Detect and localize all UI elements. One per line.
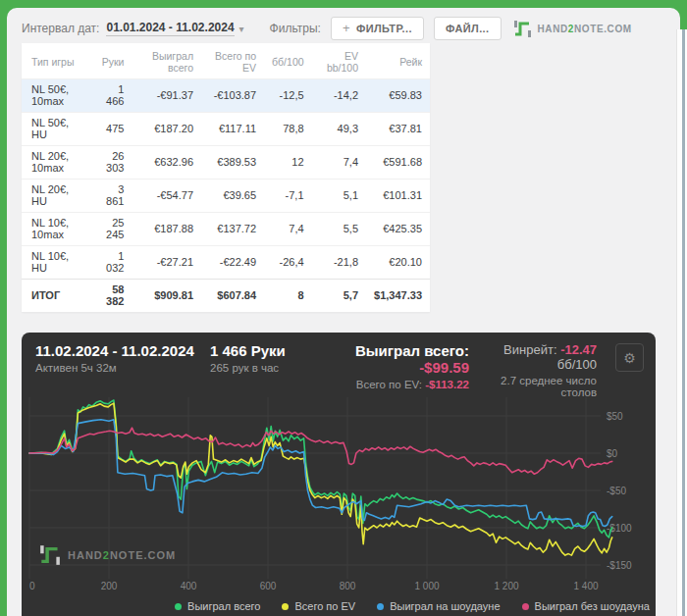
x-tick-label: 800 [340, 581, 356, 591]
game-type-cell: NL 20€, HU [22, 180, 89, 213]
session-won-total: Выиграл всего: -$99.59 [330, 342, 469, 376]
chart-watermark: HAND2NOTE.COM [39, 544, 176, 566]
chevron-down-icon[interactable]: ▾ [239, 24, 244, 34]
legend-label: Всего по EV [294, 600, 355, 612]
x-tick-label: 1 000 [414, 581, 439, 591]
table-row-total[interactable]: ИТОГ58 382$909.81$607.8485,7$1,347.33 [22, 280, 430, 313]
stat-cell: €137.72 [201, 213, 264, 246]
stat-cell: €389.53 [201, 146, 264, 180]
file-button-label: ФАЙЛ... [446, 23, 490, 34]
stat-cell: 49,3 [312, 113, 366, 146]
hand2note-logo-text: HAND2NOTE.COM [538, 24, 632, 34]
stats-col-header[interactable]: EV bb/100 [312, 43, 366, 79]
stat-cell: €101.31 [366, 180, 430, 213]
x-tick-label: 200 [101, 581, 118, 591]
stat-cell: 12 [264, 146, 311, 180]
stats-col-header[interactable]: Выиграл всего [132, 43, 201, 79]
game-type-cell: NL 20€, 10max [22, 146, 89, 180]
plus-icon: + [343, 24, 350, 33]
stat-cell: 58 382 [89, 280, 132, 313]
vertical-scrollbar[interactable] [676, 29, 687, 616]
stat-cell: -12,5 [264, 79, 311, 113]
stat-cell: -€27.21 [132, 246, 201, 280]
legend-dot-icon [175, 603, 182, 610]
stat-cell: -26,4 [264, 246, 311, 280]
session-date-range: 11.02.2024 - 11.02.2024 [35, 342, 210, 359]
legend-item[interactable]: Всего по EV [282, 600, 355, 612]
stats-table-head: Тип игрыРукиВыиграл всегоВсего по EVбб/1… [22, 43, 430, 79]
legend-label: Выиграл всего [187, 600, 260, 612]
stat-cell: -€54.77 [132, 180, 201, 213]
table-row-selected[interactable]: NL 50€, 10max1 466-€91.37-€103.87-12,5-1… [22, 79, 430, 113]
legend-label: Выиграл на шоудауне [390, 600, 500, 612]
legend-item[interactable]: Выиграл всего [175, 600, 260, 612]
stat-cell: 475 [89, 113, 132, 146]
session-active-time: Активен 5ч 32м [35, 362, 210, 374]
x-tick-label: 1 200 [494, 581, 518, 591]
table-row[interactable]: NL 50€, HU475€187.20€117.1178,849,3€37.8… [22, 113, 430, 146]
session-winrate: Винрейт: -12.47 бб/100 [469, 342, 597, 372]
stat-cell: €39.65 [201, 180, 264, 213]
stat-cell: €632.96 [132, 146, 201, 180]
session-panel: 02004006008001 0001 2001 400$50$0-$50-$1… [22, 333, 656, 616]
x-tick-label: 400 [181, 581, 197, 591]
legend-dot-icon [282, 603, 289, 610]
table-row[interactable]: NL 20€, HU3 861-€54.77€39.65-7,15,1€101.… [22, 180, 430, 213]
file-button[interactable]: ФАЙЛ... [434, 17, 502, 40]
session-avg-tables: 2.7 среднее число столов [469, 375, 597, 398]
y-tick-label: $50 [607, 411, 623, 422]
hand2note-watermark-icon [39, 544, 61, 566]
stat-cell: 26 303 [89, 146, 132, 180]
filters-label: Фильтры: [270, 22, 321, 35]
stats-col-header[interactable]: Всего по EV [201, 43, 264, 79]
stat-cell: -€91.37 [132, 79, 201, 113]
date-range-picker[interactable]: 01.01.2024 - 11.02.2024 [106, 21, 234, 36]
legend-dot-icon [522, 603, 529, 610]
gear-icon: ⚙ [623, 350, 636, 366]
session-ev-total: Всего по EV: -$113.22 [330, 379, 469, 390]
game-type-cell: NL 10€, 10max [22, 213, 89, 246]
stats-col-header[interactable]: бб/100 [264, 43, 311, 79]
stat-cell: €187.20 [132, 113, 201, 146]
hand2note-watermark-text: HAND2NOTE.COM [68, 549, 176, 561]
y-tick-label: -$50 [607, 486, 626, 496]
stat-cell: $909.81 [132, 280, 201, 313]
session-hands: 1 466 Руки [210, 342, 330, 359]
stat-cell: $1,347.33 [366, 280, 430, 313]
filter-button[interactable]: + ФИЛЬТР... [331, 17, 424, 40]
hand2note-logo-icon [513, 20, 532, 38]
table-row[interactable]: NL 10€, HU1 032-€27.21-€22.49-26,4-21,8€… [22, 246, 430, 280]
table-row[interactable]: NL 20€, 10max26 303€632.96€389.53127,4€5… [22, 146, 430, 180]
scrollbar-thumb[interactable] [682, 29, 685, 616]
stat-cell: €425.35 [366, 213, 430, 246]
filter-button-label: ФИЛЬТР... [356, 23, 412, 34]
stats-col-header[interactable]: Руки [89, 43, 132, 79]
stat-cell: €187.88 [132, 213, 201, 246]
stat-cell: 3 861 [89, 180, 132, 213]
session-hands-per-hour: 265 рук в час [210, 362, 330, 374]
stat-cell: €37.81 [366, 113, 430, 146]
settings-button[interactable]: ⚙ [615, 343, 644, 372]
stat-cell: 7,4 [312, 146, 366, 180]
stats-col-header[interactable]: Рейк [366, 43, 430, 79]
stats-col-header[interactable]: Тип игры [22, 43, 89, 79]
stat-cell: $607.84 [201, 280, 264, 313]
stat-cell: 5,5 [312, 213, 366, 246]
stat-cell: €20.10 [366, 246, 430, 280]
legend-label: Выиграл без шоудауна [535, 600, 650, 612]
legend-item[interactable]: Выиграл без шоудауна [522, 600, 650, 612]
series-line [29, 403, 612, 555]
stat-cell: -€103.87 [201, 79, 264, 113]
stat-cell: 8 [264, 280, 311, 313]
y-tick-label: -$150 [607, 560, 632, 571]
legend-item[interactable]: Выиграл на шоудауне [377, 600, 500, 612]
chart-legend: Выиграл всегоВсего по EVВыиграл на шоуда… [22, 600, 656, 612]
hand2note-logo: HAND2NOTE.COM [513, 20, 632, 38]
game-type-cell: NL 50€, 10max [22, 79, 89, 113]
stat-cell: 7,4 [264, 213, 311, 246]
stat-cell: €59.83 [366, 79, 430, 113]
stat-cell: 1 466 [89, 79, 132, 113]
stat-cell: €591.68 [366, 146, 430, 180]
toolbar: Интервал дат: 01.01.2024 - 11.02.2024 ▾ … [22, 15, 632, 42]
table-row[interactable]: NL 10€, 10max25 245€187.88€137.727,45,5€… [22, 213, 430, 246]
